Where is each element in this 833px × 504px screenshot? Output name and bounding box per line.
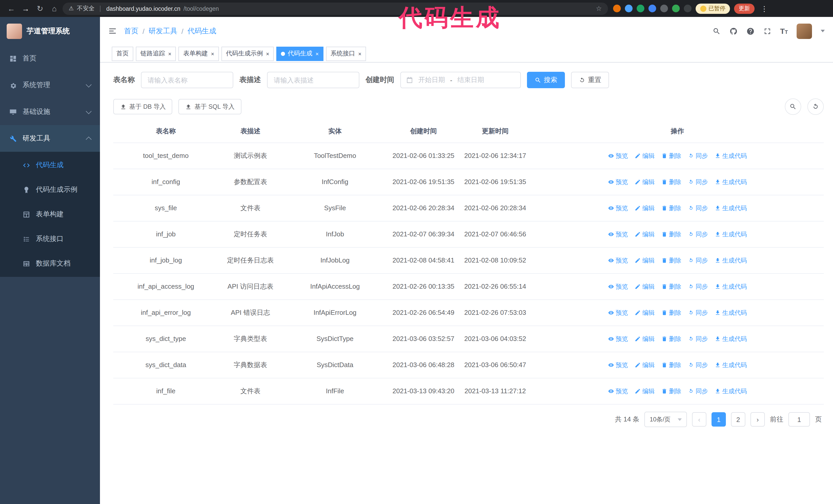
table-desc-input[interactable] — [267, 72, 359, 88]
search-icon[interactable] — [712, 27, 720, 35]
action-preview[interactable]: 预览 — [608, 230, 628, 239]
goto-page-input[interactable] — [788, 412, 810, 427]
create-time-range-picker[interactable]: 开始日期 - 结束日期 — [400, 72, 521, 88]
font-size-icon[interactable]: TT — [780, 27, 788, 35]
action-delete[interactable]: 删除 — [661, 387, 681, 396]
breadcrumb-home[interactable]: 首页 — [124, 26, 138, 35]
tab-close-icon[interactable]: × — [211, 50, 214, 57]
action-generate-code[interactable]: 生成代码 — [715, 256, 747, 265]
tab-home[interactable]: 首页 — [112, 46, 133, 61]
action-delete[interactable]: 删除 — [661, 177, 681, 187]
action-sync[interactable]: 同步 — [688, 360, 708, 370]
action-sync[interactable]: 同步 — [688, 230, 708, 239]
sidebar-subitem-db-doc[interactable]: 数据库文档 — [0, 251, 100, 276]
tab-close-icon[interactable]: × — [315, 50, 319, 57]
action-preview[interactable]: 预览 — [608, 360, 628, 370]
page-size-select[interactable]: 10条/页 — [645, 412, 687, 427]
action-delete[interactable]: 删除 — [661, 203, 681, 213]
next-page-button[interactable]: › — [751, 412, 765, 427]
action-delete[interactable]: 删除 — [661, 151, 681, 161]
tab-system-api[interactable]: 系统接口× — [326, 46, 366, 61]
page-2-button[interactable]: 2 — [731, 412, 745, 427]
action-preview[interactable]: 预览 — [608, 151, 628, 161]
tab-codegen[interactable]: 代码生成× — [277, 46, 324, 61]
sidebar-toggle-icon[interactable] — [108, 27, 117, 35]
action-generate-code[interactable]: 生成代码 — [715, 282, 747, 291]
action-delete[interactable]: 删除 — [661, 308, 681, 317]
action-sync[interactable]: 同步 — [688, 256, 708, 265]
browser-forward-icon[interactable]: → — [20, 0, 32, 17]
sidebar-subitem-codegen-example[interactable]: 代码生成示例 — [0, 177, 100, 202]
action-generate-code[interactable]: 生成代码 — [715, 177, 747, 187]
action-sync[interactable]: 同步 — [688, 308, 708, 317]
sidebar-item-devtools[interactable]: 研发工具 — [0, 125, 100, 152]
help-icon[interactable] — [746, 27, 754, 35]
action-sync[interactable]: 同步 — [688, 151, 708, 161]
action-sync[interactable]: 同步 — [688, 387, 708, 396]
action-edit[interactable]: 编辑 — [635, 256, 654, 265]
breadcrumb-devtools[interactable]: 研发工具 — [149, 26, 177, 35]
action-preview[interactable]: 预览 — [608, 308, 628, 317]
fullscreen-icon[interactable] — [763, 27, 771, 35]
search-button[interactable]: 搜索 — [527, 72, 565, 88]
avatar[interactable] — [796, 23, 812, 39]
refresh-list-button[interactable] — [807, 98, 824, 115]
action-generate-code[interactable]: 生成代码 — [715, 203, 747, 213]
bookmark-star-icon[interactable]: ☆ — [596, 5, 602, 12]
sidebar-item-system[interactable]: 系统管理 — [0, 72, 100, 98]
paused-badge[interactable]: 已暂停 — [696, 3, 730, 14]
action-delete[interactable]: 删除 — [661, 360, 681, 370]
action-edit[interactable]: 编辑 — [635, 334, 654, 343]
action-preview[interactable]: 预览 — [608, 387, 628, 396]
github-icon[interactable] — [729, 27, 737, 35]
action-delete[interactable]: 删除 — [661, 334, 681, 343]
action-generate-code[interactable]: 生成代码 — [715, 387, 747, 396]
extension-icon[interactable] — [672, 5, 680, 12]
address-bar[interactable]: ⚠ 不安全 dashboard.yudao.iocoder.cn/tool/co… — [63, 2, 608, 15]
action-generate-code[interactable]: 生成代码 — [715, 308, 747, 317]
toggle-search-button[interactable] — [785, 98, 801, 115]
tab-form-builder[interactable]: 表单构建× — [178, 46, 219, 61]
action-delete[interactable]: 删除 — [661, 256, 681, 265]
action-generate-code[interactable]: 生成代码 — [715, 151, 747, 161]
action-sync[interactable]: 同步 — [688, 282, 708, 291]
action-preview[interactable]: 预览 — [608, 256, 628, 265]
action-delete[interactable]: 删除 — [661, 282, 681, 291]
reset-button[interactable]: 重置 — [571, 72, 609, 88]
sidebar-subitem-system-api[interactable]: 系统接口 — [0, 226, 100, 251]
tab-close-icon[interactable]: × — [266, 50, 269, 57]
action-edit[interactable]: 编辑 — [635, 230, 654, 239]
action-preview[interactable]: 预览 — [608, 334, 628, 343]
action-edit[interactable]: 编辑 — [635, 282, 654, 291]
import-db-button[interactable]: 基于 DB 导入 — [113, 99, 172, 114]
action-edit[interactable]: 编辑 — [635, 387, 654, 396]
browser-back-icon[interactable]: ← — [5, 0, 18, 17]
browser-reload-icon[interactable]: ↻ — [34, 0, 46, 17]
action-edit[interactable]: 编辑 — [635, 308, 654, 317]
chevron-down-icon[interactable] — [821, 30, 825, 32]
sidebar-subitem-codegen[interactable]: 代码生成 — [0, 153, 100, 177]
tab-codegen-example[interactable]: 代码生成示例× — [221, 46, 274, 61]
page-1-button[interactable]: 1 — [712, 412, 726, 427]
update-button[interactable]: 更新 — [734, 3, 755, 14]
tab-close-icon[interactable]: × — [168, 50, 171, 57]
action-generate-code[interactable]: 生成代码 — [715, 230, 747, 239]
table-name-input[interactable] — [141, 72, 233, 88]
browser-menu-icon[interactable]: ⋮ — [759, 4, 770, 13]
prev-page-button[interactable]: ‹ — [692, 412, 706, 427]
action-generate-code[interactable]: 生成代码 — [715, 334, 747, 343]
browser-home-icon[interactable]: ⌂ — [48, 0, 61, 17]
extension-icon[interactable] — [625, 5, 633, 12]
action-preview[interactable]: 预览 — [608, 177, 628, 187]
action-generate-code[interactable]: 生成代码 — [715, 360, 747, 370]
sidebar-item-infra[interactable]: 基础设施 — [0, 98, 100, 125]
tab-tracer[interactable]: 链路追踪× — [136, 46, 176, 61]
sidebar-subitem-form-builder[interactable]: 表单构建 — [0, 202, 100, 226]
import-sql-button[interactable]: 基于 SQL 导入 — [178, 99, 241, 114]
action-sync[interactable]: 同步 — [688, 177, 708, 187]
extension-icon[interactable] — [648, 5, 656, 12]
action-edit[interactable]: 编辑 — [635, 151, 654, 161]
action-edit[interactable]: 编辑 — [635, 177, 654, 187]
extension-icon[interactable] — [684, 5, 691, 12]
action-edit[interactable]: 编辑 — [635, 203, 654, 213]
